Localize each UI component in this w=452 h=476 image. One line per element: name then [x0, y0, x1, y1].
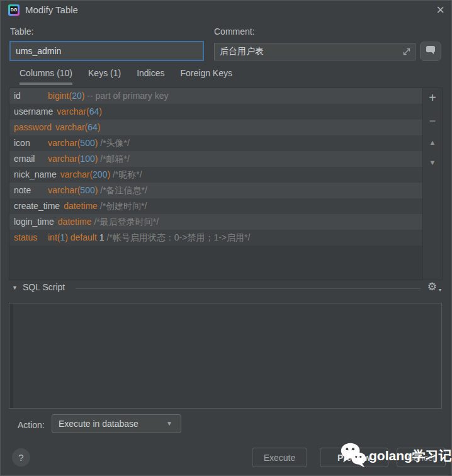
editor-gutter	[9, 303, 13, 408]
column-def-segment: -- part of primary key	[84, 91, 168, 101]
preview-button[interactable]: Preview	[320, 448, 388, 467]
gear-icon[interactable]: ⚙	[427, 280, 437, 293]
tab-bar: Columns (10)Keys (1)IndicesForeign Keys	[20, 68, 232, 85]
column-row-icon[interactable]: iconvarchar(500) /*头像*/	[9, 135, 422, 151]
comment-input[interactable]	[214, 43, 415, 60]
action-label: Action:	[18, 420, 45, 430]
title-bar: DG Modify Table ×	[0, 0, 452, 20]
column-row-id[interactable]: idbigint(20) -- part of primary key	[9, 88, 422, 104]
tab-foreign-keys[interactable]: Foreign Keys	[181, 68, 232, 85]
column-def-segment: )	[99, 106, 102, 116]
cancel-button[interactable]: Cancel	[397, 448, 446, 467]
column-def-segment: /*创建时间*/	[98, 201, 147, 211]
column-def-segment: /*邮箱*/	[98, 154, 130, 164]
expand-editor-icon[interactable]	[402, 47, 412, 57]
column-def-segment: datetime	[64, 201, 98, 211]
sql-script-label: SQL Script	[23, 282, 65, 292]
add-column-icon[interactable]: +	[423, 91, 442, 105]
column-row-note[interactable]: notevarchar(500) /*备注信息*/	[9, 183, 422, 198]
comment-bubble-button[interactable]	[420, 42, 441, 61]
columns-grid: idbigint(20) -- part of primary keyusern…	[9, 88, 423, 280]
column-row-email[interactable]: emailvarchar(100) /*邮箱*/	[9, 151, 422, 167]
move-up-icon[interactable]: ▲	[423, 139, 442, 146]
column-row-status[interactable]: statusint(1) default 1 /*帐号启用状态：0->禁用；1-…	[9, 230, 422, 246]
column-def-segment: /*最后登录时间*/	[92, 217, 159, 227]
help-button[interactable]: ?	[12, 448, 30, 467]
column-def-segment: /*头像*/	[98, 138, 130, 148]
column-def-segment: 500	[80, 185, 94, 195]
comment-field-label: Comment:	[214, 26, 255, 37]
column-def-segment: varchar(	[55, 122, 88, 132]
column-def-segment: bigint(	[48, 91, 72, 101]
column-def-segment: int(	[48, 232, 60, 242]
column-def-segment: )	[98, 122, 101, 132]
column-name: username	[14, 104, 53, 120]
gear-caret-icon: ▾	[439, 287, 441, 293]
action-selected-value: Execute in database	[59, 419, 138, 429]
action-dropdown[interactable]: Execute in database ▼	[52, 414, 181, 433]
sql-script-editor[interactable]	[9, 303, 442, 409]
datagrip-app-icon: DG	[8, 4, 20, 16]
column-def-segment: varchar(	[48, 154, 80, 164]
section-divider	[76, 288, 421, 289]
datagrip-app-icon-letters: DG	[10, 6, 18, 14]
column-def-segment: varchar(	[48, 185, 80, 195]
column-def-segment: varchar(	[48, 138, 80, 148]
column-def-segment: 200	[93, 169, 107, 179]
column-name: nick_name	[14, 167, 57, 183]
dialog-title: Modify Table	[25, 4, 78, 15]
move-down-icon[interactable]: ▼	[423, 159, 442, 166]
column-name: login_time	[14, 214, 54, 230]
column-row-create_time[interactable]: create_timedatetime /*创建时间*/	[9, 198, 422, 214]
column-def-segment: 1	[97, 232, 105, 242]
column-def-segment: /*帐号启用状态：0->禁用；1->启用*/	[105, 232, 251, 242]
tab-columns-10[interactable]: Columns (10)	[20, 68, 72, 85]
column-def-segment: /*备注信息*/	[98, 185, 147, 195]
collapse-triangle-icon[interactable]: ▼	[12, 285, 18, 291]
execute-button[interactable]: Execute	[252, 448, 307, 467]
sql-script-header: ▼ SQL Script ⚙ ▾	[0, 282, 452, 295]
column-row-username[interactable]: usernamevarchar(64)	[9, 104, 422, 120]
modify-table-dialog: DG Modify Table × Table: Comment: Column…	[0, 0, 452, 476]
speech-bubble-icon	[426, 45, 436, 57]
column-name: id	[14, 88, 44, 104]
column-row-nick_name[interactable]: nick_namevarchar(200) /*昵称*/	[9, 167, 422, 183]
column-def-segment: varchar(	[57, 106, 89, 116]
column-name: status	[14, 230, 44, 246]
column-name: email	[14, 151, 44, 167]
column-name: icon	[14, 135, 44, 151]
column-def-segment: varchar(	[60, 169, 93, 179]
column-def-segment: 64	[88, 122, 98, 132]
column-name: create_time	[14, 198, 60, 214]
column-def-segment: 500	[80, 138, 94, 148]
column-def-segment: 100	[80, 154, 94, 164]
grid-toolbar: + − ▲ ▼	[423, 88, 443, 280]
table-field-label: Table:	[10, 26, 33, 37]
column-row-login_time[interactable]: login_timedatetime /*最后登录时间*/	[9, 214, 422, 230]
column-row-password[interactable]: passwordvarchar(64)	[9, 120, 422, 135]
tab-indices[interactable]: Indices	[137, 68, 164, 85]
table-name-input[interactable]	[9, 41, 204, 61]
column-def-segment: ) default	[65, 232, 97, 242]
column-def-segment: /*昵称*/	[110, 169, 142, 179]
column-name: note	[14, 183, 44, 198]
close-icon[interactable]: ×	[436, 1, 444, 19]
column-name: password	[14, 120, 52, 135]
column-def-segment: 20	[72, 91, 82, 101]
column-def-segment: datetime	[58, 217, 92, 227]
column-def-segment: 64	[89, 106, 99, 116]
remove-column-icon[interactable]: −	[423, 115, 442, 128]
tab-keys-1[interactable]: Keys (1)	[88, 68, 121, 85]
dropdown-caret-icon: ▼	[166, 415, 172, 433]
